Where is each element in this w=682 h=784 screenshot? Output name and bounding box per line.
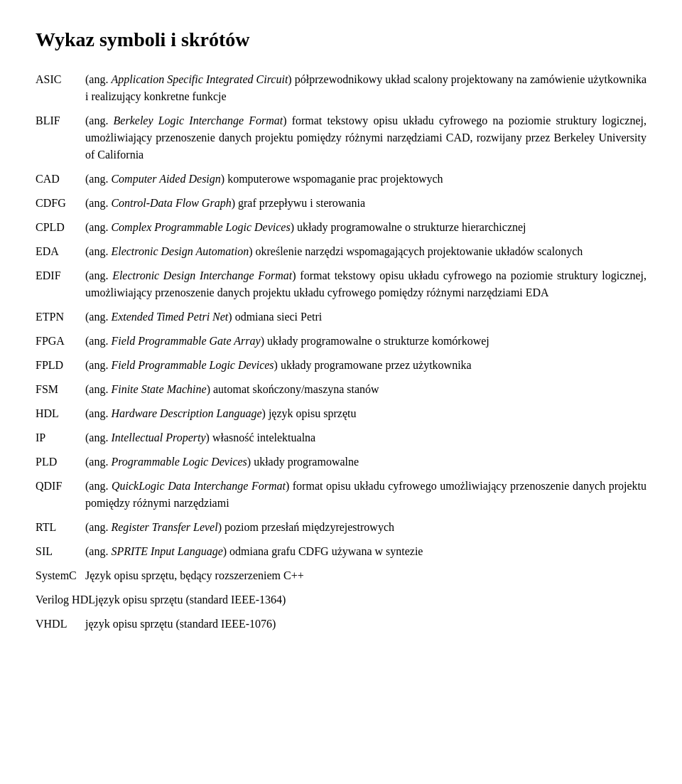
term-label: FPGA [36, 333, 85, 350]
definition-text: (ang. Electronic Design Automation) okre… [85, 243, 646, 260]
definition-text: (ang. Register Transfer Level) poziom pr… [85, 519, 646, 536]
definition-text: (ang. Intellectual Property) własność in… [85, 429, 646, 446]
list-item: QDIF(ang. QuickLogic Data Interchange Fo… [36, 478, 646, 512]
term-label: FPLD [36, 357, 85, 374]
term-label: EDA [36, 243, 85, 260]
list-item: SIL(ang. SPRITE Input Language) odmiana … [36, 543, 646, 560]
list-item: FSM(ang. Finite State Machine) automat s… [36, 381, 646, 398]
term-label: CAD [36, 171, 85, 188]
list-item: VHDLjęzyk opisu sprzętu (standard IEEE-1… [36, 616, 646, 633]
list-item: SystemCJęzyk opisu sprzętu, będący rozsz… [36, 567, 646, 584]
definition-text: (ang. Complex Programmable Logic Devices… [85, 219, 646, 236]
definition-text: (ang. Finite State Machine) automat skoń… [85, 381, 646, 398]
term-label: SystemC [36, 567, 85, 584]
term-label: IP [36, 429, 85, 446]
definition-text: (ang. Application Specific Integrated Ci… [85, 71, 646, 105]
term-label: ETPN [36, 308, 85, 326]
list-item: ASIC(ang. Application Specific Integrate… [36, 71, 646, 105]
definition-text: (ang. Field Programmable Gate Array) ukł… [85, 333, 646, 350]
definition-text: (ang. Hardware Description Language) jęz… [85, 405, 646, 422]
list-item: ETPN(ang. Extended Timed Petri Net) odmi… [36, 308, 646, 326]
definition-text: (ang. Berkeley Logic Interchange Format)… [85, 112, 646, 163]
term-label: BLIF [36, 112, 85, 163]
definition-text: (ang. SPRITE Input Language) odmiana gra… [85, 543, 646, 560]
term-label: QDIF [36, 478, 85, 512]
term-label: CDFG [36, 195, 85, 212]
list-item: RTL(ang. Register Transfer Level) poziom… [36, 519, 646, 536]
list-item: EDIF(ang. Electronic Design Interchange … [36, 267, 646, 301]
list-item: HDL(ang. Hardware Description Language) … [36, 405, 646, 422]
list-item: CAD(ang. Computer Aided Design) komputer… [36, 171, 646, 188]
term-label: SIL [36, 543, 85, 560]
list-item: BLIF(ang. Berkeley Logic Interchange For… [36, 112, 646, 163]
term-label: Verilog HDL [36, 591, 95, 608]
definition-text: (ang. Field Programmable Logic Devices) … [85, 357, 646, 374]
list-item: FPGA(ang. Field Programmable Gate Array)… [36, 333, 646, 350]
glossary-list: ASIC(ang. Application Specific Integrate… [36, 71, 646, 633]
list-item: CPLD(ang. Complex Programmable Logic Dev… [36, 219, 646, 236]
definition-text: język opisu sprzętu (standard IEEE-1364) [95, 591, 646, 608]
term-label: PLD [36, 453, 85, 471]
definition-text: (ang. Electronic Design Interchange Form… [85, 267, 646, 301]
list-item: EDA(ang. Electronic Design Automation) o… [36, 243, 646, 260]
page-title: Wykaz symboli i skrótów [36, 28, 646, 51]
definition-text: (ang. Control-Data Flow Graph) graf prze… [85, 195, 646, 212]
term-label: HDL [36, 405, 85, 422]
list-item: CDFG(ang. Control-Data Flow Graph) graf … [36, 195, 646, 212]
term-label: CPLD [36, 219, 85, 236]
definition-text: język opisu sprzętu (standard IEEE-1076) [85, 616, 646, 633]
list-item: Verilog HDLjęzyk opisu sprzętu (standard… [36, 591, 646, 608]
definition-text: (ang. Computer Aided Design) komputerowe… [85, 171, 646, 188]
definition-text: (ang. QuickLogic Data Interchange Format… [85, 478, 646, 512]
term-label: VHDL [36, 616, 85, 633]
definition-text: Język opisu sprzętu, będący rozszerzenie… [85, 567, 646, 584]
term-label: EDIF [36, 267, 85, 301]
list-item: FPLD(ang. Field Programmable Logic Devic… [36, 357, 646, 374]
list-item: PLD(ang. Programmable Logic Devices) ukł… [36, 453, 646, 471]
term-label: FSM [36, 381, 85, 398]
definition-text: (ang. Extended Timed Petri Net) odmiana … [85, 308, 646, 326]
definition-text: (ang. Programmable Logic Devices) układy… [85, 453, 646, 471]
term-label: ASIC [36, 71, 85, 105]
term-label: RTL [36, 519, 85, 536]
list-item: IP(ang. Intellectual Property) własność … [36, 429, 646, 446]
